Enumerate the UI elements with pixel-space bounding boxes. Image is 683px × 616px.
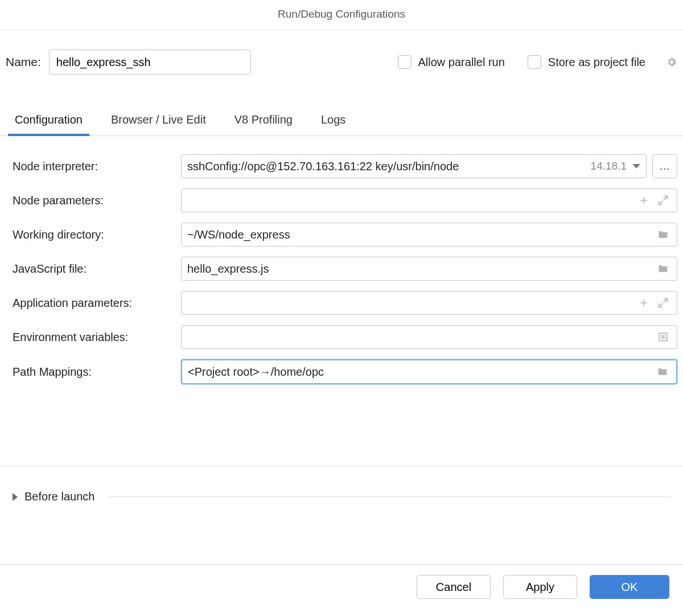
tab-configuration[interactable]: Configuration bbox=[14, 113, 84, 135]
button-bar: Cancel Apply OK bbox=[0, 564, 683, 616]
node-interpreter-browse-button[interactable]: ... bbox=[652, 154, 677, 178]
before-launch-label: Before launch bbox=[24, 490, 94, 503]
ok-button[interactable]: OK bbox=[590, 575, 669, 599]
row-javascript-file: JavaScript file: hello_express.js bbox=[13, 257, 677, 281]
node-interpreter-dropdown[interactable]: sshConfig://opc@152.70.163.161:22 key/us… bbox=[181, 154, 647, 178]
path-mappings-value: <Project root>→/home/opc bbox=[188, 366, 655, 379]
path-mappings-input[interactable]: <Project root>→/home/opc bbox=[181, 359, 677, 384]
node-version: 14.18.1 bbox=[591, 160, 627, 173]
allow-parallel-run-checkbox[interactable]: Allow parallel run bbox=[398, 55, 505, 69]
node-interpreter-value: sshConfig://opc@152.70.163.161:22 key/us… bbox=[187, 160, 587, 173]
row-node-parameters: Node parameters: bbox=[13, 188, 677, 212]
tab-browser-live-edit[interactable]: Browser / Live Edit bbox=[110, 113, 207, 135]
gear-icon[interactable] bbox=[668, 56, 677, 68]
environment-variables-label: Environment variables: bbox=[13, 331, 181, 344]
folder-icon[interactable] bbox=[657, 229, 669, 240]
allow-parallel-label: Allow parallel run bbox=[418, 56, 505, 69]
row-working-directory: Working directory: ~/WS/node_express bbox=[13, 223, 677, 247]
disclosure-triangle-icon bbox=[13, 493, 18, 501]
plus-icon[interactable] bbox=[638, 195, 649, 206]
header-row: Name: Allow parallel run Store as projec… bbox=[0, 30, 683, 75]
expand-icon[interactable] bbox=[657, 195, 669, 206]
dialog-title: Run/Debug Configurations bbox=[0, 0, 683, 30]
before-launch-section[interactable]: Before launch bbox=[0, 466, 683, 503]
environment-variables-input[interactable] bbox=[181, 325, 677, 349]
row-application-parameters: Application parameters: bbox=[13, 291, 677, 315]
list-icon[interactable] bbox=[657, 331, 669, 343]
working-directory-label: Working directory: bbox=[13, 228, 181, 241]
separator bbox=[108, 496, 670, 497]
tabs-bar: Configuration Browser / Live Edit V8 Pro… bbox=[0, 75, 683, 136]
folder-icon[interactable] bbox=[657, 366, 668, 377]
checkbox-icon bbox=[398, 55, 412, 69]
name-input[interactable] bbox=[49, 50, 251, 75]
tab-v8-profiling[interactable]: V8 Profiling bbox=[233, 113, 294, 135]
name-label: Name: bbox=[6, 55, 41, 69]
row-environment-variables: Environment variables: bbox=[13, 325, 677, 349]
working-directory-value: ~/WS/node_express bbox=[187, 228, 655, 241]
plus-icon[interactable] bbox=[638, 297, 649, 309]
application-parameters-label: Application parameters: bbox=[13, 297, 181, 310]
node-parameters-input[interactable] bbox=[181, 188, 677, 212]
javascript-file-label: JavaScript file: bbox=[13, 262, 181, 276]
row-node-interpreter: Node interpreter: sshConfig://opc@152.70… bbox=[13, 154, 677, 178]
store-as-project-file-checkbox[interactable]: Store as project file bbox=[528, 55, 645, 69]
chevron-down-icon bbox=[632, 164, 640, 169]
store-as-file-label: Store as project file bbox=[548, 56, 645, 69]
javascript-file-input[interactable]: hello_express.js bbox=[181, 257, 677, 281]
configuration-panel: Node interpreter: sshConfig://opc@152.70… bbox=[0, 136, 683, 466]
folder-icon[interactable] bbox=[657, 263, 669, 274]
application-parameters-input[interactable] bbox=[181, 291, 677, 315]
javascript-file-value: hello_express.js bbox=[187, 262, 655, 276]
working-directory-input[interactable]: ~/WS/node_express bbox=[181, 223, 677, 247]
path-mappings-label: Path Mappings: bbox=[13, 366, 181, 379]
row-path-mappings: Path Mappings: <Project root>→/home/opc bbox=[13, 359, 677, 384]
tab-logs[interactable]: Logs bbox=[320, 113, 347, 135]
expand-icon[interactable] bbox=[657, 297, 669, 309]
node-parameters-label: Node parameters: bbox=[13, 194, 181, 207]
checkbox-icon bbox=[528, 55, 541, 69]
node-interpreter-label: Node interpreter: bbox=[13, 160, 181, 173]
cancel-button[interactable]: Cancel bbox=[417, 575, 491, 599]
apply-button[interactable]: Apply bbox=[503, 575, 577, 599]
